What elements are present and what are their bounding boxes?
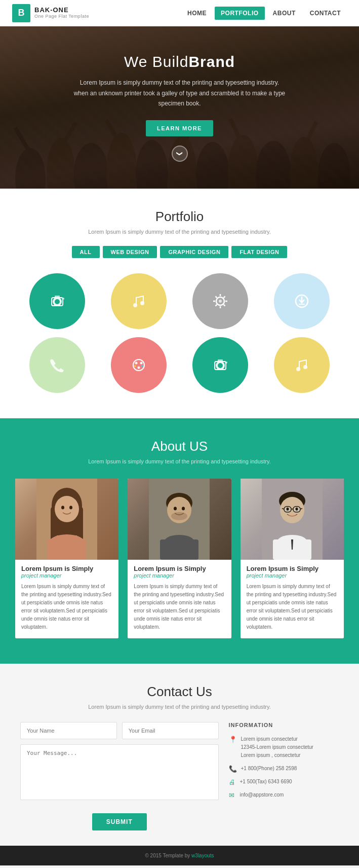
portfolio-section: Portfolio Lorem Ipsum is simply dummy te…	[0, 189, 359, 418]
navbar: B BAK-ONE One Page Flat Template HOME PO…	[0, 0, 359, 26]
portfolio-item-7[interactable]	[184, 337, 257, 393]
info-heading: INFORMATION	[229, 722, 339, 728]
portfolio-icon-7	[192, 337, 248, 393]
svg-line-31	[224, 305, 225, 306]
svg-point-49	[303, 365, 307, 369]
team-role-3: project manager	[247, 572, 338, 578]
nav-home[interactable]: HOME	[181, 7, 213, 20]
contact-section: Contact Us Lorem Ipsum is simply dummy t…	[0, 664, 359, 846]
svg-point-10	[318, 143, 350, 189]
portfolio-icon-3	[192, 273, 248, 329]
svg-point-38	[135, 362, 137, 365]
svg-point-78	[289, 514, 296, 517]
portfolio-item-5[interactable]	[20, 337, 94, 393]
svg-line-75	[300, 509, 302, 509]
hero-section: We BuildBrand Lorem Ipsum is simply dumm…	[0, 26, 359, 189]
team-card-3: Lorem Ipsum is Simply project manager Lo…	[241, 479, 344, 638]
portfolio-item-6[interactable]	[102, 337, 175, 393]
team-avatar-glasses	[262, 479, 323, 560]
svg-point-25	[219, 300, 222, 303]
team-role-1: project manager	[21, 572, 112, 578]
team-info-3: Lorem Ipsum is Simply project manager Lo…	[241, 560, 344, 631]
music-icon-2	[288, 351, 315, 379]
svg-line-33	[216, 305, 217, 306]
camera-icon	[44, 287, 71, 315]
team-card-2: Lorem Ipsum is Simply project manager Lo…	[128, 479, 231, 638]
svg-line-11	[15, 128, 30, 153]
info-address-row: 📍 Lorem ipsum consectetur12345-Lorem ips…	[229, 735, 339, 760]
learn-more-button[interactable]: LEARN MORE	[146, 120, 213, 136]
portfolio-item-2[interactable]	[102, 273, 175, 329]
team-desc-2: Lorem Ipsum is simply dummy text of the …	[134, 583, 225, 631]
about-title: About US	[15, 439, 344, 454]
phone-icon	[44, 351, 71, 379]
portfolio-item-4[interactable]	[265, 273, 339, 329]
footer: © 2015 Template by w3layouts	[0, 846, 359, 865]
nav-portfolio[interactable]: PORTFOLIO	[215, 7, 265, 20]
logo-area: B BAK-ONE One Page Flat Template	[12, 4, 89, 22]
svg-point-40	[137, 367, 140, 369]
svg-point-63	[174, 507, 177, 511]
svg-point-18	[55, 299, 60, 304]
team-name-3: Lorem Ipsum is Simply	[247, 565, 338, 572]
camera-icon-2	[207, 351, 234, 379]
hero-title-bold: Brand	[188, 53, 235, 70]
message-textarea[interactable]	[20, 744, 219, 800]
svg-rect-20	[55, 296, 60, 298]
portfolio-item-1[interactable]	[20, 273, 94, 329]
portfolio-icon-4	[274, 273, 330, 329]
portfolio-item-8[interactable]	[265, 337, 339, 393]
svg-line-32	[224, 297, 225, 298]
svg-rect-59	[48, 539, 86, 560]
about-sub: Lorem Ipsum is simply dummy text of the …	[15, 458, 344, 464]
email-icon: ✉	[229, 791, 236, 799]
team-name-2: Lorem Ipsum is Simply	[134, 565, 225, 572]
svg-line-74	[282, 509, 284, 509]
footer-link[interactable]: w3layouts	[191, 853, 214, 858]
email-input[interactable]	[122, 722, 219, 739]
team-avatar-female	[36, 479, 97, 560]
music-icon	[125, 287, 152, 315]
name-input[interactable]	[20, 722, 117, 739]
svg-point-65	[171, 512, 187, 520]
nav-contact[interactable]: CONTACT	[304, 7, 347, 20]
download-icon	[288, 287, 315, 315]
team-role-2: project manager	[134, 572, 225, 578]
about-section: About US Lorem Ipsum is simply dummy tex…	[0, 418, 359, 664]
team-name-1: Lorem Ipsum is Simply	[21, 565, 112, 572]
info-phone: +1 800(Phone) 258 2598	[241, 765, 297, 773]
hero-content: We BuildBrand Lorem Ipsum is simply dumm…	[53, 53, 306, 161]
logo-title: BAK-ONE	[34, 7, 89, 14]
team-photo-3	[241, 479, 344, 560]
svg-point-39	[140, 362, 142, 365]
svg-point-23	[140, 301, 144, 305]
logo-text: BAK-ONE One Page Flat Template	[34, 7, 89, 19]
team-photo-2	[128, 479, 231, 560]
team-photo-1	[15, 479, 118, 560]
portfolio-icon-5	[29, 337, 85, 393]
svg-point-41	[134, 365, 136, 367]
filter-all[interactable]: ALL	[72, 246, 100, 258]
filter-flat-design[interactable]: FLAT DESIGN	[231, 246, 287, 258]
info-email-row: ✉ info@appstore.com	[229, 791, 339, 799]
scroll-down-button[interactable]	[172, 146, 188, 162]
palette-icon	[125, 351, 152, 379]
svg-point-22	[133, 303, 137, 307]
nav-about[interactable]: ABOUT	[267, 7, 302, 20]
contact-info: INFORMATION 📍 Lorem ipsum consectetur123…	[229, 722, 339, 830]
filter-graphic-design[interactable]: GRAPHIC DESIGN	[160, 246, 228, 258]
filter-web-design[interactable]: WEB DESIGN	[103, 246, 157, 258]
svg-rect-46	[218, 359, 223, 362]
portfolio-item-3[interactable]	[184, 273, 257, 329]
svg-point-77	[295, 508, 298, 511]
portfolio-icon-1	[29, 273, 85, 329]
portfolio-grid	[20, 273, 339, 393]
nav-links: HOME PORTFOLIO ABOUT CONTACT	[181, 7, 347, 20]
svg-point-64	[182, 507, 185, 511]
svg-point-76	[286, 508, 289, 511]
portfolio-icon-6	[111, 337, 167, 393]
submit-button[interactable]: SUBMIT	[92, 813, 147, 830]
info-fax-row: 🖨 +1 500(Tax) 6343 6690	[229, 778, 339, 786]
svg-point-56	[61, 506, 64, 510]
contact-title: Contact Us	[20, 684, 339, 700]
